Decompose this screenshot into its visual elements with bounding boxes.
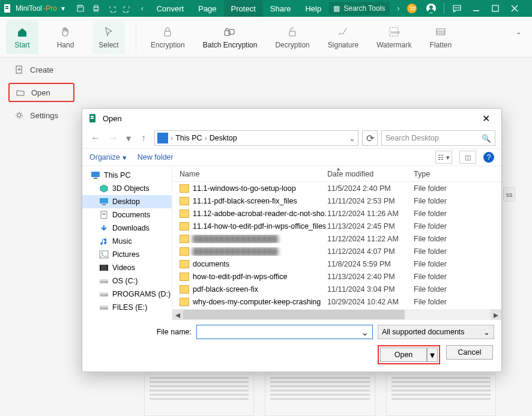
tab-help[interactable]: Help [298,0,328,17]
navtree-item[interactable]: OS (C:) [82,274,172,288]
navtree-item[interactable]: 3D Objects [82,182,172,195]
file-row[interactable]: ████████████████11/12/2024 11:22 AMFile … [172,232,501,245]
folder-icon [180,184,189,193]
help-button[interactable]: ? [483,152,494,163]
print-icon[interactable] [89,2,103,15]
pic-icon [99,250,109,259]
horizontal-scrollbar[interactable]: ◂ ▸ [172,309,501,320]
title-chevron-right-icon[interactable]: › [393,4,403,13]
nav-refresh-button[interactable]: ⟳ [362,130,378,146]
file-row[interactable]: 11.1-windows-to-go-setup-loop11/5/2024 2… [172,182,501,194]
navtree-item[interactable]: FILES (E:) [82,301,172,314]
scroll-track[interactable] [183,310,491,319]
account-icon[interactable] [422,0,440,17]
save-icon[interactable] [74,2,87,15]
sidepanel-create[interactable]: Create [8,60,74,79]
cart-icon[interactable] [403,0,421,17]
ribbon-encryption[interactable]: Encryption [147,20,189,54]
ribbon-hand[interactable]: Hand [49,20,82,54]
tab-convert[interactable]: Convert [150,0,192,17]
minimize-button[interactable] [467,0,485,17]
filename-input[interactable] [199,328,359,336]
overflow-chip[interactable]: ss [503,187,515,202]
navtree-label: Pictures [112,250,139,259]
close-button[interactable] [506,0,524,17]
folder-icon [180,197,189,205]
drive-icon [99,290,109,298]
svg-rect-37 [100,265,101,271]
hand-icon [59,25,72,38]
svg-point-44 [106,295,107,296]
ribbon-collapse-icon[interactable]: ˆ [512,30,526,44]
crumb-root[interactable]: This PC [175,134,202,142]
file-row[interactable]: ████████████████11/12/2024 4:07 PMFile f… [172,245,501,258]
scroll-right-icon[interactable]: ▸ [491,309,501,320]
title-search-placeholder: Search Tools [343,4,385,13]
title-search-box[interactable]: ▦ Search Tools [328,2,390,15]
open-split-dropdown[interactable]: ▾ [427,348,438,362]
svg-rect-30 [102,204,106,205]
file-rows[interactable]: 11.1-windows-to-go-setup-loop11/5/2024 2… [172,182,501,309]
column-date[interactable]: Date modified [327,170,414,178]
ribbon-watermark[interactable]: MARK Watermark [373,20,415,54]
nav-recent-dropdown[interactable]: ▾ [124,131,133,145]
ribbon-start[interactable]: Start [6,20,38,54]
dialog-close-button[interactable]: ✕ [475,110,497,127]
file-row[interactable]: 11.12-adobe-acrobat-reader-dc-not-sho...… [172,207,501,220]
tab-protect[interactable]: Protect [224,0,263,17]
maximize-button[interactable] [486,0,504,17]
title-chevron-left-icon[interactable]: ‹ [138,4,147,13]
navtree-item[interactable]: Desktop [82,195,172,208]
file-type-filter[interactable]: All supported documents ⌄ [378,325,494,339]
navtree-item[interactable]: PROGRAMS (D:) [82,288,172,301]
nav-back-button[interactable]: ← [88,131,103,145]
column-type[interactable]: Type [414,170,493,178]
nav-forward-button[interactable]: → [106,131,121,145]
file-row[interactable]: documents11/8/2024 5:59 PMFile folder [172,258,501,270]
file-list-header[interactable]: ▴ Name Date modified Type [172,166,501,182]
dialog-search-box[interactable]: Search Desktop 🔍 [381,130,495,146]
tab-page[interactable]: Page [191,0,223,17]
file-row[interactable]: 11.14-how-to-edit-pdf-in-wps-office_file… [172,220,501,232]
navtree-item[interactable]: Pictures [82,248,172,261]
redo-icon[interactable] [121,2,134,15]
navtree-item[interactable]: Videos [82,261,172,274]
navtree-item[interactable]: Documents [82,208,172,222]
crumb-dropdown-icon[interactable]: ⌄ [349,134,355,143]
side-panel: Create Open Settings [8,60,74,125]
nav-up-button[interactable]: ↑ [136,131,151,145]
breadcrumb[interactable]: › This PC › Desktop ⌄ [154,130,358,146]
open-button[interactable]: Open [380,348,427,362]
view-mode-button[interactable]: ☷ ▾ [435,151,452,164]
column-name[interactable]: Name [172,170,327,178]
dialog-footer: File name: ⌄ All supported documents ⌄ O… [82,320,501,372]
preview-pane-button[interactable]: ◫ [459,151,476,164]
file-row[interactable]: pdf-black-screen-fix11/11/2024 3:04 PMFi… [172,283,501,295]
nav-tree[interactable]: This PC3D ObjectsDesktopDocumentsDownloa… [82,166,172,320]
ribbon-select[interactable]: Select [92,20,125,54]
undo-icon[interactable] [105,2,118,15]
file-row[interactable]: why-does-my-computer-keep-crashing10/29/… [172,295,501,308]
appname-dropdown-icon[interactable]: ▾ [58,4,68,13]
tab-share[interactable]: Share [263,0,298,17]
new-folder-button[interactable]: New folder [138,153,174,161]
scroll-left-icon[interactable]: ◂ [172,309,183,320]
cancel-button[interactable]: Cancel [446,345,493,360]
svg-point-47 [106,308,107,309]
filename-history-dropdown[interactable]: ⌄ [359,327,370,338]
scroll-thumb[interactable] [183,310,405,319]
file-row[interactable]: how-to-edit-pdf-in-wps-office11/13/2024 … [172,270,501,283]
file-row[interactable]: 11.11-pdf-black-screen-fix_files11/11/20… [172,194,501,207]
navtree-item[interactable]: This PC [82,169,172,182]
organize-menu[interactable]: Organize ▾ [89,153,127,162]
chat-icon[interactable] [448,0,466,17]
ribbon-batch-encryption[interactable]: Batch Encryption [199,20,261,54]
ribbon-flatten[interactable]: Flatten [426,20,455,54]
navtree-item[interactable]: Music [82,235,172,248]
ribbon-decryption[interactable]: Decryption [271,20,313,54]
sidepanel-settings[interactable]: Settings [8,106,74,125]
crumb-leaf[interactable]: Desktop [210,134,237,142]
sidepanel-open[interactable]: Open [8,83,74,102]
ribbon-signature[interactable]: Signature [324,20,362,54]
navtree-item[interactable]: Downloads [82,222,172,235]
